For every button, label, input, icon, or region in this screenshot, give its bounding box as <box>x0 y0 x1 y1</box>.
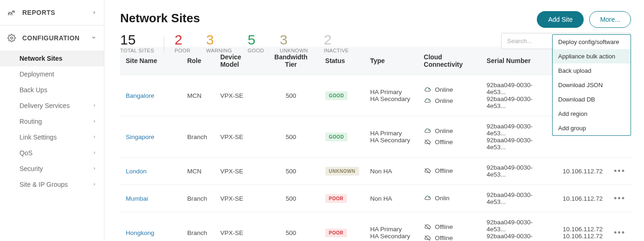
cell-model: VPX-SE <box>215 212 263 241</box>
dropdown-item[interactable]: Download DB <box>553 92 631 107</box>
dropdown-item[interactable]: Add region <box>553 107 631 121</box>
cell-serial: 92baa049-0030-4e53... <box>487 233 552 241</box>
nav-configuration[interactable]: CONFIGURATION <box>0 25 104 51</box>
conn-state: Onlin <box>435 193 450 204</box>
dropdown-item[interactable]: Add group <box>553 121 631 135</box>
row-actions-icon[interactable]: ••• <box>614 228 625 238</box>
cell-bw: 500 <box>262 116 320 158</box>
chevron-right-icon <box>92 150 97 156</box>
cloud-offline-icon <box>424 223 431 231</box>
conn-state: Offline <box>435 222 453 233</box>
cloud-offline-icon <box>424 139 431 146</box>
cell-bw: 500 <box>262 158 320 185</box>
site-link[interactable]: Singapore <box>126 133 155 140</box>
cell-mgmt-ip: 10.106.112.72 <box>563 168 603 175</box>
nav-reports[interactable]: REPORTS <box>0 0 104 25</box>
site-link[interactable]: Bangalore <box>126 92 155 99</box>
sidebar-item[interactable]: Site & IP Groups <box>0 177 104 192</box>
gear-icon <box>7 34 16 42</box>
add-site-button[interactable]: Add Site <box>537 11 584 28</box>
cell-serial: 92baa049-0030-4e53... <box>487 219 552 233</box>
cell-serial: 92baa049-0030-4e53... <box>487 137 552 151</box>
chevron-down-icon <box>91 34 97 42</box>
cell-type: Non HA <box>370 195 413 202</box>
sidebar-item[interactable]: Deployment <box>0 66 104 82</box>
row-actions-icon[interactable]: ••• <box>614 166 625 176</box>
chevron-right-icon <box>92 103 97 108</box>
sidebar-item-label: Back Ups <box>19 86 47 94</box>
sidebar-item-label: QoS <box>19 149 32 157</box>
th-serial[interactable]: Serial Number <box>481 47 557 75</box>
more-dropdown: Deploy config/softwareAppliance bulk act… <box>552 34 631 136</box>
dropdown-item[interactable]: Download JSON <box>553 78 631 92</box>
cell-serial: 92baa049-0030-4e53... <box>487 82 552 95</box>
cloud-online-icon <box>424 86 431 94</box>
svg-point-9 <box>428 196 430 198</box>
cell-model: VPX-SE <box>215 75 263 116</box>
stat-inactive[interactable]: 2 INACTIVE <box>324 33 365 53</box>
cell-type: HA Primary <box>370 130 413 137</box>
table-row: HongkongBranchVPX-SE500POORHA PrimaryHA … <box>120 212 631 241</box>
stat-total: 15 TOTAL SITES <box>120 33 174 53</box>
cell-mgmt-ip: 10.106.112.72 <box>563 226 603 233</box>
sidebar-item[interactable]: Delivery Services <box>0 98 104 114</box>
th-conn[interactable]: Cloud Connectivity <box>418 47 481 75</box>
nav-sublist: Network SitesDeploymentBack UpsDelivery … <box>0 51 104 192</box>
sidebar-item-label: Deployment <box>19 70 54 78</box>
cell-mgmt-ip: 10.106.112.72 <box>563 195 603 202</box>
conn-state: Offline <box>435 165 453 177</box>
chevron-right-icon <box>92 166 97 171</box>
sidebar-item[interactable]: Network Sites <box>0 51 104 66</box>
chevron-right-icon <box>92 182 97 187</box>
dropdown-item[interactable]: Back upload <box>553 63 631 78</box>
conn-state: Offline <box>435 233 453 241</box>
dropdown-item[interactable]: Appliance bulk action <box>553 49 631 63</box>
cloud-offline-icon <box>424 167 431 175</box>
svg-point-5 <box>428 99 430 101</box>
cell-type: HA Secondary <box>370 137 413 144</box>
conn-state: Online <box>435 95 453 107</box>
status-badge: POOR <box>325 194 347 203</box>
site-link[interactable]: Mumbai <box>126 195 148 202</box>
cloud-offline-icon <box>424 235 431 241</box>
th-type[interactable]: Type <box>365 47 419 75</box>
table-row: MumbaiBranchVPX-SE500POORNon HAOnlin92ba… <box>120 185 631 212</box>
site-link[interactable]: London <box>126 168 147 175</box>
conn-state: Online <box>435 84 453 95</box>
cell-role: Branch <box>181 185 214 212</box>
cloud-online-icon <box>424 127 431 135</box>
chevron-right-icon <box>92 9 97 16</box>
cell-bw: 500 <box>262 212 320 241</box>
more-button[interactable]: More... <box>589 11 631 28</box>
cell-serial: 92baa049-0030-4e53... <box>487 95 552 109</box>
sidebar-item-label: Link Settings <box>19 133 57 141</box>
cell-model: VPX-SE <box>215 158 263 185</box>
site-link[interactable]: Hongkong <box>126 229 155 236</box>
cell-bw: 500 <box>262 185 320 212</box>
sidebar-item[interactable]: Security <box>0 161 104 177</box>
sidebar-item-label: Routing <box>19 118 42 125</box>
reports-icon <box>7 8 16 17</box>
dropdown-item[interactable]: Deploy config/software <box>553 35 631 49</box>
cloud-online-icon <box>424 97 431 105</box>
sidebar-item[interactable]: Link Settings <box>0 129 104 145</box>
cell-role: Branch <box>181 212 214 241</box>
sidebar-item[interactable]: Routing <box>0 114 104 129</box>
chevron-right-icon <box>92 134 97 140</box>
sidebar-item[interactable]: Back Ups <box>0 82 104 98</box>
stat-unknown[interactable]: 3 UNKNOWN <box>280 33 324 53</box>
stat-good[interactable]: 5 GOOD <box>248 33 280 53</box>
status-badge: GOOD <box>325 133 348 141</box>
status-badge: GOOD <box>325 91 348 100</box>
sidebar-item-label: Site & IP Groups <box>19 181 68 188</box>
stat-warning[interactable]: 3 WARNING <box>206 33 248 53</box>
nav-reports-label: REPORTS <box>22 9 55 16</box>
row-actions-icon[interactable]: ••• <box>614 194 625 203</box>
cell-role: Branch <box>181 116 214 158</box>
svg-point-4 <box>428 88 430 89</box>
sidebar-item[interactable]: QoS <box>0 145 104 161</box>
stat-poor[interactable]: 2 POOR <box>174 33 206 53</box>
svg-point-3 <box>11 37 13 39</box>
conn-state: Offline <box>435 137 453 148</box>
cell-type: HA Primary <box>370 89 413 95</box>
